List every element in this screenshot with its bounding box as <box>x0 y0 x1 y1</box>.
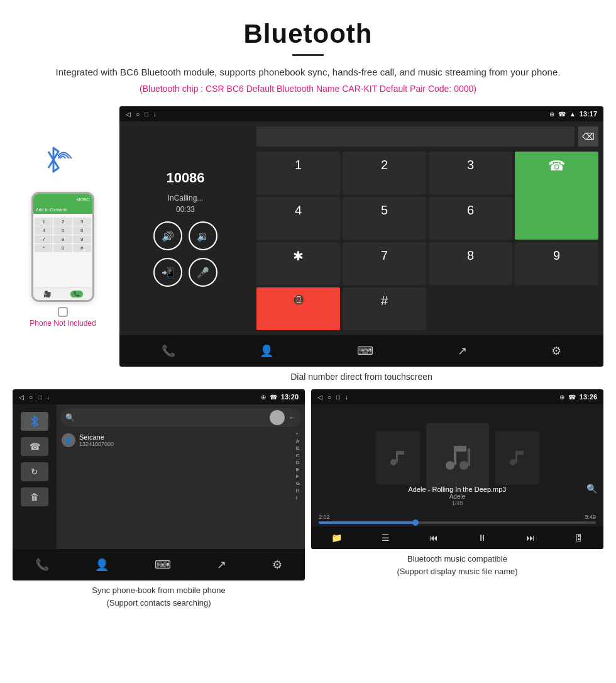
music-search-icon[interactable]: 🔍 <box>586 484 597 494</box>
music-note-main-icon <box>442 442 473 474</box>
numpad-8[interactable]: 8 <box>429 242 512 286</box>
music-prev-icon[interactable]: ⏮ <box>429 533 438 543</box>
time-total: 3:49 <box>585 514 596 520</box>
phone-key: 0 <box>53 244 72 252</box>
music-recents-icon: □ <box>336 394 340 401</box>
bluetooth-icon-area <box>38 144 88 182</box>
mic-btn[interactable]: 🎤 <box>189 258 217 287</box>
music-equalizer-icon[interactable]: 🎛 <box>575 533 583 543</box>
album-art-left <box>376 431 420 485</box>
phone-key: 2 <box>53 218 72 226</box>
phone-button-row <box>58 307 68 317</box>
music-caption: Bluetooth music compatible (Support disp… <box>311 549 603 581</box>
music-android-screen: ◁ ○ □ ↓ ⊕ ☎ 13:26 <box>311 389 603 549</box>
pb-nav-call[interactable]: 📞 <box>35 558 49 572</box>
page-header: Bluetooth Integrated with BC6 Bluetooth … <box>0 0 616 106</box>
page-specs: (Bluetooth chip : CSR BC6 Default Blueto… <box>38 84 578 94</box>
location-icon: ⊕ <box>549 111 554 118</box>
music-call-icon: ☎ <box>568 394 576 401</box>
numpad-star[interactable]: ✱ <box>256 242 340 286</box>
pb-nav-transfer[interactable]: ↗ <box>217 558 226 572</box>
dialpad-left: 10086 InCalling... 00:33 🔊 🔉 📲 <box>119 121 251 335</box>
pb-contact-row[interactable]: 👤 Seicane 13241007000 <box>60 431 301 450</box>
music-folder-icon[interactable]: 📁 <box>331 533 342 543</box>
music-track-title: Adele - Rolling In the Deep.mp3 <box>311 486 603 493</box>
pb-call-icon: ☎ <box>270 394 277 401</box>
music-progress-area: 2:02 3:49 <box>311 511 603 526</box>
volume-down-btn[interactable]: 🔉 <box>189 221 217 250</box>
bottom-row: ◁ ○ □ ↓ ⊕ ☎ 13:20 <box>0 389 616 625</box>
end-call-btn[interactable]: 📵 <box>256 287 340 330</box>
progress-bar-bg[interactable] <box>319 521 596 524</box>
pb-bt-icon <box>29 414 40 428</box>
phonebook-sidebar: ☎ ↻ 🗑 <box>13 404 57 549</box>
nav-transfer-icon[interactable]: ↗ <box>458 344 467 358</box>
numpad-hash[interactable]: # <box>343 287 426 330</box>
signal-icon: ▲ <box>569 111 576 118</box>
dial-backspace-btn[interactable]: ⌫ <box>578 126 598 147</box>
numpad-4[interactable]: 4 <box>256 197 340 240</box>
svg-rect-9 <box>515 451 517 462</box>
music-dl-icon: ↓ <box>345 394 348 401</box>
numpad-1[interactable]: 1 <box>256 152 340 194</box>
pb-sync-btn[interactable]: ↻ <box>21 462 48 481</box>
nav-dialpad-icon[interactable]: ⌨ <box>357 344 373 358</box>
nav-settings-icon[interactable]: ⚙ <box>551 344 561 358</box>
pb-search-bar[interactable]: 🔍 ← <box>60 408 301 427</box>
dial-input-row: ⌫ <box>256 126 598 147</box>
call-icon: ☎ <box>558 111 566 118</box>
call-btn[interactable]: ☎ <box>515 152 598 240</box>
numpad-7[interactable]: 7 <box>343 242 426 286</box>
progress-times: 2:02 3:49 <box>319 514 596 520</box>
pb-nav-contacts[interactable]: 👤 <box>95 558 109 572</box>
phone-key: 1 <box>35 218 53 226</box>
numpad-5[interactable]: 5 <box>343 197 426 240</box>
signal-waves-icon <box>58 149 77 168</box>
dialpad-area: 10086 InCalling... 00:33 🔊 🔉 📲 <box>119 121 603 335</box>
phone-home-btn <box>58 307 68 317</box>
transfer-btn[interactable]: 📲 <box>153 258 182 287</box>
music-note-left-icon <box>388 448 407 467</box>
music-list-icon[interactable]: ☰ <box>382 533 390 543</box>
music-next-icon[interactable]: ⏭ <box>526 533 535 543</box>
pb-contact-avatar: 👤 <box>62 433 75 447</box>
numpad-6[interactable]: 6 <box>429 197 512 240</box>
pb-status-left: ◁ ○ □ ↓ <box>19 394 50 401</box>
pb-contact-number: 13241007000 <box>79 441 300 447</box>
pb-nav-settings[interactable]: ⚙ <box>272 558 282 572</box>
numpad-9[interactable]: 9 <box>515 242 598 286</box>
nav-contacts-icon[interactable]: 👤 <box>260 344 273 358</box>
status-left: ◁ ○ □ ↓ <box>126 111 157 118</box>
volume-up-icon: 🔊 <box>162 230 174 242</box>
phonebook-status-bar: ◁ ○ □ ↓ ⊕ ☎ 13:20 <box>13 389 305 404</box>
call-controls-row2: 📲 🎤 <box>153 258 217 287</box>
phonebook-caption-line1: Sync phone-book from mobile phone <box>92 586 225 595</box>
music-area: Adele - Rolling In the Deep.mp3 Adele 1/… <box>311 404 603 549</box>
numpad-2[interactable]: 2 <box>343 152 426 194</box>
pb-nav-dialpad[interactable]: ⌨ <box>155 558 171 572</box>
nav-call-icon[interactable]: 📞 <box>162 344 175 358</box>
status-time: 13:17 <box>580 110 597 118</box>
android-dial-screen: ◁ ○ □ ↓ ⊕ ☎ ▲ 13:17 10086 InCalling... <box>119 106 603 367</box>
numpad-3[interactable]: 3 <box>429 152 512 194</box>
pb-back-arrow-icon: ← <box>289 413 296 422</box>
pb-search-icon: 🔍 <box>65 413 75 422</box>
pb-dl-icon: ↓ <box>47 394 50 401</box>
phone-mockup: MORC Add to Contacts 1 2 3 4 5 6 7 8 9 *… <box>31 192 94 302</box>
status-right: ⊕ ☎ ▲ 13:17 <box>549 110 597 118</box>
music-home-icon: ○ <box>327 394 331 401</box>
album-art-right <box>495 431 539 485</box>
music-info: Adele - Rolling In the Deep.mp3 Adele 1/… <box>311 486 603 506</box>
phone-key: 5 <box>53 226 72 235</box>
pb-bluetooth-btn[interactable] <box>21 412 48 431</box>
pb-call-btn[interactable]: ☎ <box>21 437 48 456</box>
volume-up-btn[interactable]: 🔊 <box>153 221 182 250</box>
progress-bar-fill <box>319 521 415 524</box>
main-section: MORC Add to Contacts 1 2 3 4 5 6 7 8 9 *… <box>0 106 616 389</box>
svg-rect-7 <box>468 448 470 466</box>
svg-rect-4 <box>454 446 456 465</box>
music-play-pause-icon[interactable]: ⏸ <box>478 533 487 543</box>
phone-call-btn: 📞 <box>70 291 83 297</box>
pb-delete-btn[interactable]: 🗑 <box>21 487 48 506</box>
phone-body: 1 2 3 4 5 6 7 8 9 * 0 # <box>33 214 92 287</box>
